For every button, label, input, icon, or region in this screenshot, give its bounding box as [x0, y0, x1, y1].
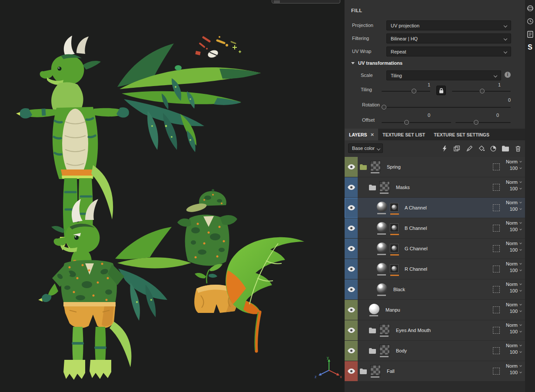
layer-thumbnail[interactable] — [377, 202, 387, 212]
mask-slot-icon[interactable] — [493, 184, 500, 191]
opacity-dropdown[interactable]: 100 — [510, 309, 522, 314]
blend-mode-dropdown[interactable]: Norm — [506, 159, 522, 164]
history-icon[interactable] — [526, 17, 534, 25]
paint-layer-icon[interactable] — [465, 144, 474, 153]
eye-icon[interactable] — [348, 287, 355, 292]
opacity-dropdown[interactable]: 100 — [510, 247, 522, 252]
blend-mode-dropdown[interactable]: Norm — [506, 261, 522, 266]
mask-slot-icon[interactable] — [493, 266, 500, 272]
layer-name[interactable]: Fall — [387, 369, 395, 374]
layer-row-fall[interactable]: Fall Norm 100 — [345, 361, 525, 381]
mask-slot-icon[interactable] — [493, 368, 500, 375]
blend-mode-dropdown[interactable]: Norm — [506, 343, 522, 348]
blend-mode-dropdown[interactable]: Norm — [506, 302, 522, 307]
layer-color-strip[interactable] — [345, 300, 358, 320]
slider-handle[interactable] — [404, 120, 409, 125]
slider-handle[interactable] — [382, 105, 386, 110]
mask-thumbnail[interactable] — [390, 243, 399, 252]
layer-thumbnail[interactable] — [377, 283, 387, 294]
blend-mode-dropdown[interactable]: Norm — [506, 282, 522, 287]
layer-color-strip[interactable] — [345, 279, 358, 299]
layer-row-r-channel[interactable]: R Channel Norm 100 — [345, 259, 525, 279]
layer-color-strip[interactable] — [345, 259, 358, 279]
layer-color-strip[interactable] — [345, 157, 358, 177]
slider-track[interactable] — [455, 122, 511, 123]
mask-slot-icon[interactable] — [493, 225, 500, 232]
eye-icon[interactable] — [348, 307, 355, 312]
layer-name[interactable]: R Channel — [405, 266, 427, 272]
mask-slot-icon[interactable] — [493, 347, 500, 354]
layer-color-strip[interactable] — [345, 320, 358, 340]
mask-slot-icon[interactable] — [493, 306, 500, 313]
mask-thumbnail[interactable] — [390, 223, 399, 232]
layer-name[interactable]: Spring — [387, 164, 401, 169]
slider-track[interactable] — [382, 122, 451, 123]
mask-slot-icon[interactable] — [493, 204, 500, 211]
opacity-dropdown[interactable]: 100 — [510, 206, 522, 212]
layer-name[interactable]: Body — [396, 348, 407, 353]
layer-thumbnail[interactable] — [369, 304, 379, 314]
opacity-dropdown[interactable]: 100 — [510, 227, 522, 232]
tiling-slider-1[interactable] — [382, 88, 430, 94]
eye-icon[interactable] — [348, 266, 355, 272]
log-icon[interactable] — [526, 30, 534, 38]
offset-slider-2[interactable] — [455, 120, 511, 126]
mask-slot-icon[interactable] — [493, 163, 500, 170]
layer-thumbnail[interactable] — [377, 222, 387, 233]
layer-thumbnail[interactable] — [377, 263, 387, 273]
filtering-dropdown[interactable]: Bilinear | HQ — [386, 33, 511, 43]
opacity-dropdown[interactable]: 100 — [510, 288, 522, 293]
info-icon[interactable] — [505, 72, 511, 78]
layer-thumbnail[interactable] — [370, 161, 381, 171]
tab-layers[interactable]: LAYERS — [345, 129, 378, 140]
opacity-dropdown[interactable]: 100 — [510, 329, 522, 334]
layer-row-g-channel[interactable]: G Channel Norm 100 — [345, 239, 525, 259]
eye-icon[interactable] — [348, 328, 355, 333]
layer-color-strip[interactable] — [345, 218, 358, 238]
blend-mode-dropdown[interactable]: Norm — [506, 200, 522, 205]
layer-row-b-channel[interactable]: B Channel Norm 100 — [345, 218, 525, 238]
layer-color-strip[interactable] — [345, 198, 358, 218]
opacity-dropdown[interactable]: 100 — [510, 268, 522, 273]
eye-icon[interactable] — [348, 226, 355, 231]
layer-name[interactable]: Black — [393, 287, 405, 292]
opacity-dropdown[interactable]: 100 — [510, 349, 522, 355]
layer-row-masks[interactable]: Masks Norm 100 — [345, 177, 525, 197]
layer-color-strip[interactable] — [345, 341, 358, 361]
eye-icon[interactable] — [348, 246, 355, 251]
layer-row-eyes-and-mouth[interactable]: Eyes And Mouth Norm 100 — [345, 320, 525, 340]
opacity-dropdown[interactable]: 100 — [510, 370, 522, 375]
delete-layer-icon[interactable] — [514, 144, 522, 153]
viewport-3d[interactable]: y x z — [0, 0, 345, 392]
tab-close-icon[interactable] — [371, 132, 374, 137]
eye-icon[interactable] — [348, 348, 355, 353]
mask-thumbnail[interactable] — [390, 202, 399, 212]
mask-slot-icon[interactable] — [493, 327, 500, 334]
layer-row-a-channel[interactable]: A Channel Norm 100 — [345, 198, 525, 218]
eye-icon[interactable] — [348, 205, 355, 210]
slider-handle[interactable] — [412, 89, 416, 93]
blend-mode-dropdown[interactable]: Norm — [506, 220, 522, 226]
layer-thumbnail[interactable] — [370, 365, 381, 375]
opacity-dropdown[interactable]: 100 — [510, 166, 522, 171]
layer-name[interactable]: Eyes And Mouth — [396, 328, 431, 333]
layer-name[interactable]: Manpu — [385, 307, 400, 312]
add-folder-icon[interactable] — [501, 144, 510, 153]
mask-thumbnail[interactable] — [390, 263, 399, 273]
layer-name[interactable]: B Channel — [405, 226, 427, 231]
slider-track[interactable] — [382, 91, 430, 92]
layer-color-strip[interactable] — [345, 361, 358, 381]
eye-icon[interactable] — [348, 185, 355, 190]
substance-logo[interactable]: S — [526, 43, 534, 51]
display-settings-icon[interactable] — [526, 4, 534, 12]
layer-thumbnail[interactable] — [377, 243, 387, 253]
tab-texture-set-settings[interactable]: TEXTURE SET SETTINGS — [429, 129, 494, 140]
rotation-slider[interactable] — [382, 104, 511, 110]
blend-mode-dropdown[interactable]: Norm — [506, 322, 522, 328]
fill-layer-icon[interactable] — [477, 144, 486, 153]
slider-handle[interactable] — [480, 89, 485, 93]
eye-icon[interactable] — [348, 164, 355, 169]
tab-texture-set-list[interactable]: TEXTURE SET LIST — [378, 129, 429, 140]
smart-mask-icon[interactable] — [489, 144, 498, 153]
layer-name[interactable]: Masks — [396, 185, 410, 190]
